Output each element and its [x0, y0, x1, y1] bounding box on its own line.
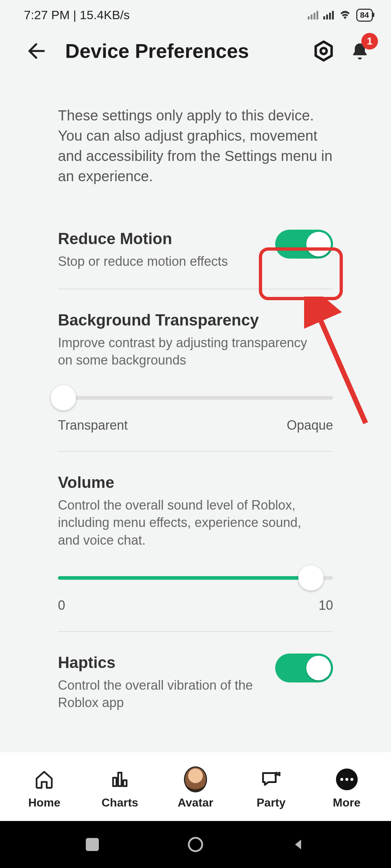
system-nav: [0, 821, 391, 868]
nav-party[interactable]: Party: [239, 768, 304, 809]
nav-home[interactable]: Home: [12, 768, 77, 809]
intro-text: These settings only apply to this device…: [58, 105, 333, 186]
avatar-icon: [184, 768, 207, 791]
bg-transparency-min-label: Transparent: [58, 418, 128, 433]
haptics-toggle[interactable]: [275, 654, 333, 682]
svg-point-0: [321, 48, 327, 54]
notification-badge: 1: [361, 33, 378, 50]
nav-more-label: More: [333, 796, 360, 809]
volume-min-label: 0: [58, 598, 65, 613]
page-title: Device Preferences: [51, 39, 302, 63]
volume-title: Volume: [58, 473, 333, 492]
wifi-icon: [339, 8, 351, 22]
status-bar: 7:27 PM | 15.4KB/s 84: [0, 0, 391, 26]
haptics-desc: Control the overall vibration of the Rob…: [58, 677, 275, 712]
reduce-motion-toggle[interactable]: [275, 230, 333, 259]
bg-transparency-max-label: Opaque: [287, 418, 333, 433]
reduce-motion-title: Reduce Motion: [58, 230, 228, 248]
back-button[interactable]: [22, 37, 51, 65]
nav-avatar[interactable]: Avatar: [163, 768, 228, 809]
charts-icon: [108, 768, 131, 791]
more-icon: [335, 768, 358, 791]
notifications-button[interactable]: 1: [345, 37, 374, 65]
bg-transparency-desc: Improve contrast by adjusting transparen…: [58, 334, 319, 369]
nav-avatar-label: Avatar: [178, 796, 213, 809]
nav-home-label: Home: [28, 796, 60, 809]
bg-transparency-title: Background Transparency: [58, 311, 333, 329]
bottom-nav: Home Charts Avatar Party More: [0, 752, 391, 821]
haptics-title: Haptics: [58, 654, 275, 672]
sys-home-button[interactable]: [185, 834, 206, 855]
signal-1-icon: [308, 11, 318, 20]
home-icon: [33, 768, 56, 791]
bg-transparency-slider[interactable]: [58, 386, 333, 408]
volume-desc: Control the overall sound level of Roblo…: [58, 497, 326, 549]
volume-slider[interactable]: [58, 566, 333, 588]
reduce-motion-desc: Stop or reduce motion effects: [58, 253, 228, 271]
robux-icon-button[interactable]: [309, 37, 338, 65]
party-icon: [260, 768, 283, 791]
nav-charts-label: Charts: [102, 796, 138, 809]
nav-more[interactable]: More: [314, 768, 379, 809]
status-time: 7:27 PM | 15.4KB/s: [24, 8, 130, 22]
sys-back-button[interactable]: [288, 834, 310, 855]
battery-icon: 84: [356, 9, 373, 22]
battery-level: 84: [360, 10, 369, 20]
sys-recent-button[interactable]: [81, 834, 103, 855]
signal-2-icon: [323, 11, 334, 20]
nav-party-label: Party: [257, 796, 286, 809]
nav-charts[interactable]: Charts: [87, 768, 152, 809]
volume-max-label: 10: [319, 598, 333, 613]
